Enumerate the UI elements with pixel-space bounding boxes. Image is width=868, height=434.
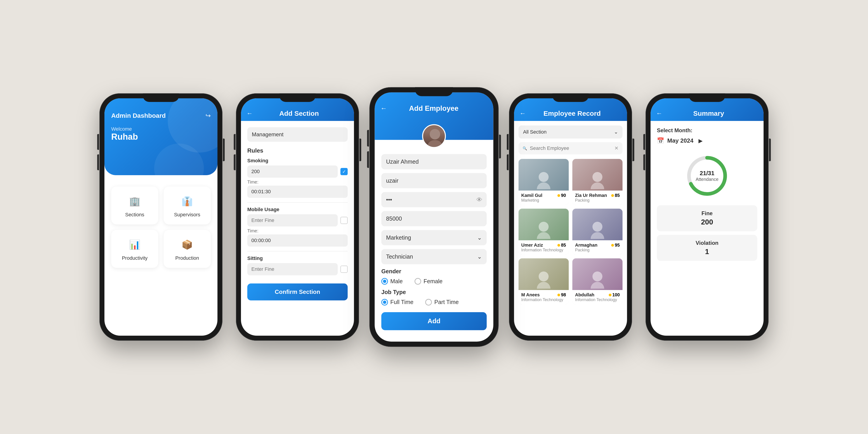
production-icon: 📦: [179, 237, 195, 252]
employee-avatar[interactable]: [422, 124, 446, 148]
emp-card-anees[interactable]: M Anees 98 Information Technology: [519, 258, 569, 305]
gender-male[interactable]: Male: [381, 278, 403, 285]
emp-card-abdullah[interactable]: Abdullah 100 Information Technology: [572, 258, 622, 305]
phone-admin-dashboard: Admin Dashboard ↪ Welcome Ruhab 🏢 Sectio…: [99, 93, 222, 341]
supervisors-label: Supervisors: [174, 212, 200, 218]
emp-photo-anees: [519, 258, 569, 290]
rules-title: Rules: [247, 147, 348, 154]
select-month-label: Select Month:: [657, 127, 757, 133]
welcome-text: Welcome: [111, 126, 211, 132]
section-value: Marketing: [386, 235, 411, 241]
emp-score-armaghan: 95: [611, 243, 620, 248]
attendance-fraction: 21/31: [695, 170, 718, 177]
emp-name-anees: M Anees: [521, 292, 540, 298]
attendance-circle: 21/31 Attendance: [684, 153, 730, 198]
salary-input[interactable]: [381, 211, 487, 226]
password-input[interactable]: [381, 192, 472, 207]
radio-parttime-icon: [426, 299, 432, 305]
menu-card-sections[interactable]: 🏢 Sections: [111, 186, 158, 224]
emp-score-zia: 85: [611, 193, 620, 198]
violation-value: 1: [662, 248, 752, 256]
search-icon: 🔍: [523, 146, 527, 151]
calendar-icon: 📅: [657, 137, 664, 144]
phones-container: Admin Dashboard ↪ Welcome Ruhab 🏢 Sectio…: [0, 75, 868, 359]
add-employee-header: ← Add Employee: [375, 92, 493, 140]
avatar-image: [423, 125, 445, 147]
emp-score-anees: 98: [557, 292, 566, 298]
add-section-content: Rules Smoking ✓ Time: Mobile Usage: [241, 121, 354, 336]
emp-dept-abdullah: Information Technology: [575, 298, 620, 302]
emp-photo-abdullah: [572, 258, 622, 290]
designation-chevron-icon: ⌄: [477, 253, 482, 260]
menu-card-productivity[interactable]: 📊 Productivity: [111, 230, 158, 268]
emp-info-kamil: Kamil Gul 90 Marketing: [519, 191, 569, 205]
section-chevron-icon: ⌄: [477, 235, 482, 241]
confirm-section-button[interactable]: Confirm Section: [247, 283, 348, 301]
month-text: May 2024: [667, 137, 693, 144]
emp-card-zia[interactable]: Zia Ur Rehman 85 Packing: [572, 159, 622, 205]
emp-score-abdullah: 100: [609, 292, 620, 298]
sections-label: Sections: [125, 212, 144, 218]
back-button-5[interactable]: ←: [656, 110, 662, 117]
fine-label: Fine: [662, 210, 752, 217]
jobtype-parttime[interactable]: Part Time: [426, 299, 459, 305]
add-employee-button[interactable]: Add: [381, 312, 487, 330]
emp-photo-kamil: [519, 159, 569, 191]
back-button-4[interactable]: ←: [520, 110, 526, 117]
emp-card-kamil[interactable]: Kamil Gul 90 Marketing: [519, 159, 569, 205]
supervisors-icon: 👔: [179, 193, 195, 209]
designation-value: Technician: [386, 253, 413, 260]
next-month-arrow-icon[interactable]: ▶: [699, 138, 703, 144]
emp-name-umer: Umer Aziz: [521, 243, 543, 248]
mobile-fine-input[interactable]: [247, 214, 338, 226]
eye-icon[interactable]: 👁: [472, 196, 487, 204]
employee-username-input[interactable]: [381, 173, 487, 188]
section-filter-chevron-icon: ⌄: [614, 129, 618, 135]
menu-card-supervisors[interactable]: 👔 Supervisors: [164, 186, 211, 224]
section-select[interactable]: Marketing ⌄: [381, 230, 487, 245]
phone-inner-3: ← Add Employee 👁: [375, 92, 493, 342]
rule-sitting: Sitting: [247, 255, 348, 275]
logout-icon[interactable]: ↪: [206, 112, 211, 119]
smoking-time-label: Time:: [247, 180, 348, 185]
smoking-time-input[interactable]: [247, 186, 348, 198]
search-employee-input[interactable]: [530, 145, 612, 151]
month-picker: 📅 May 2024 ▶: [657, 137, 757, 144]
emp-card-umer[interactable]: Umer Aziz 85 Information Technology: [519, 209, 569, 255]
mobile-checkbox[interactable]: [340, 217, 348, 224]
notch-2: [279, 93, 315, 102]
emp-info-abdullah: Abdullah 100 Information Technology: [572, 290, 622, 305]
sitting-fine-input[interactable]: [247, 263, 338, 275]
phone-inner-2: ← Add Section Rules Smoking ✓ Time:: [241, 98, 354, 336]
clear-search-icon[interactable]: ✕: [614, 145, 618, 151]
emp-info-zia: Zia Ur Rehman 85 Packing: [572, 191, 622, 205]
jobtype-parttime-label: Part Time: [434, 299, 459, 305]
summary-content: Select Month: 📅 May 2024 ▶: [651, 121, 764, 271]
section-name-input[interactable]: [247, 127, 348, 142]
back-button-3[interactable]: ←: [380, 104, 387, 112]
rule-smoking-label: Smoking: [247, 158, 348, 164]
menu-card-production[interactable]: 📦 Production: [164, 230, 211, 268]
smoking-fine-input[interactable]: [247, 165, 338, 178]
employee-name-input[interactable]: [381, 154, 487, 169]
productivity-label: Productivity: [122, 255, 148, 261]
rule-sitting-label: Sitting: [247, 255, 348, 261]
phone-inner-1: Admin Dashboard ↪ Welcome Ruhab 🏢 Sectio…: [104, 98, 217, 336]
section-filter-bar[interactable]: All Section ⌄: [519, 125, 622, 138]
designation-select[interactable]: Technician ⌄: [381, 249, 487, 264]
smoking-checkbox[interactable]: ✓: [340, 168, 348, 175]
jobtype-fulltime[interactable]: Full Time: [381, 299, 413, 305]
attendance-circle-container: 21/31 Attendance: [657, 153, 757, 198]
attendance-label: Attendance: [695, 177, 718, 182]
back-button-2[interactable]: ←: [246, 110, 253, 117]
notch-4: [553, 93, 589, 102]
emp-photo-umer: [519, 209, 569, 240]
emp-photo-armaghan: [572, 209, 622, 240]
mobile-time-input[interactable]: [247, 235, 348, 247]
sitting-checkbox[interactable]: [340, 266, 348, 273]
gender-female[interactable]: Female: [414, 278, 442, 285]
emp-card-armaghan[interactable]: Armaghan 95 Packing: [572, 209, 622, 255]
phone-add-employee: ← Add Employee 👁: [369, 87, 498, 347]
phone-inner-4: ← Employee Record All Section ⌄ 🔍 ✕: [514, 98, 627, 336]
employee-record-title: Employee Record: [529, 110, 622, 117]
